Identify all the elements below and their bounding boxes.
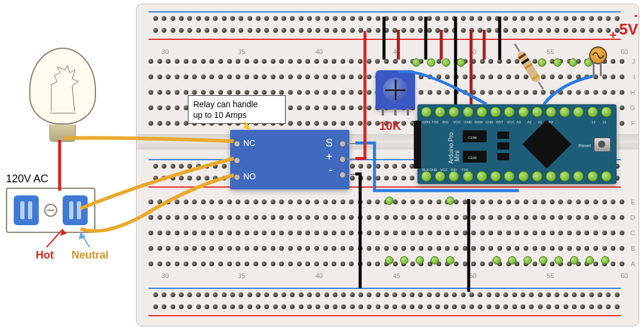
col-num: 35 <box>238 48 245 55</box>
relay-s-label: S <box>326 137 333 150</box>
photoresistor <box>589 46 607 64</box>
svg-text:RST: RST <box>496 120 503 124</box>
row-d <box>148 215 624 221</box>
outlet-socket-right <box>63 195 88 225</box>
outlet-socket-left <box>14 195 39 225</box>
svg-text:GND: GND <box>485 120 494 124</box>
relay-no-label: NO <box>243 172 256 181</box>
col-num: 50 <box>469 48 476 55</box>
col-num: 60 <box>621 48 628 55</box>
svg-text:C106: C106 <box>468 136 477 139</box>
col-num: 55 <box>547 48 554 55</box>
svg-text:A3: A3 <box>516 120 521 124</box>
svg-text:RAM: RAM <box>475 120 482 124</box>
power-plus: + <box>609 29 617 42</box>
screw-icon <box>44 204 57 217</box>
arduino-pro-mini: Arduino Pro Mini GRN BLK TX0 RXI VCC GND… <box>417 104 617 184</box>
relay-nc-label: NC <box>243 138 255 148</box>
svg-text:VCC: VCC <box>453 120 461 124</box>
svg-text:BLK: BLK <box>422 168 429 172</box>
row-c <box>148 231 624 236</box>
callout-text: Relay can handle <box>193 99 280 110</box>
relay-module: NC NO S + - <box>230 130 349 189</box>
wall-outlet: 120V AC <box>6 173 119 233</box>
svg-text:A2: A2 <box>527 120 532 124</box>
svg-text:GND: GND <box>464 120 472 124</box>
power-5v: 5V <box>619 20 638 39</box>
hot-label: Hot <box>36 249 54 261</box>
relay-minus-label: - <box>329 163 333 177</box>
svg-text:GRN: GRN <box>422 120 430 124</box>
svg-text:VCC: VCC <box>507 120 515 124</box>
svg-text:A0: A0 <box>549 120 553 124</box>
svg-text:TX0: TX0 <box>432 120 439 124</box>
svg-text:VCC: VCC <box>440 168 448 172</box>
svg-marker-25 <box>79 232 86 239</box>
svg-text:RXI: RXI <box>451 168 457 172</box>
relay-plus-label: + <box>326 150 333 164</box>
svg-text:A1: A1 <box>538 120 543 124</box>
svg-text:Reset: Reset <box>578 143 592 148</box>
svg-text:GND: GND <box>429 168 438 172</box>
svg-text:Mini: Mini <box>454 151 460 161</box>
rail-top-pos <box>153 28 620 34</box>
svg-text:TX0: TX0 <box>462 168 469 172</box>
ac-voltage-label: 120V AC <box>6 173 119 185</box>
col-num: 40 <box>315 48 323 55</box>
callout-text: up to 10 Amps <box>193 110 280 120</box>
col-num: 45 <box>393 48 400 55</box>
neutral-label: Neutral <box>72 249 109 261</box>
pot-knob[interactable] <box>383 77 408 102</box>
svg-text:13: 13 <box>592 120 596 124</box>
potentiometer[interactable] <box>376 70 415 110</box>
col-num: 30 <box>162 48 169 55</box>
svg-text:RXI: RXI <box>442 120 448 124</box>
rail-top-neg <box>153 16 620 22</box>
svg-text:C106: C106 <box>468 156 477 160</box>
light-bulb <box>24 48 101 142</box>
pot-value-label: 10K <box>379 119 401 133</box>
row-b <box>148 246 624 252</box>
relay-callout: Relay can handle up to 10 Amps <box>188 95 286 124</box>
svg-text:12: 12 <box>602 120 606 124</box>
